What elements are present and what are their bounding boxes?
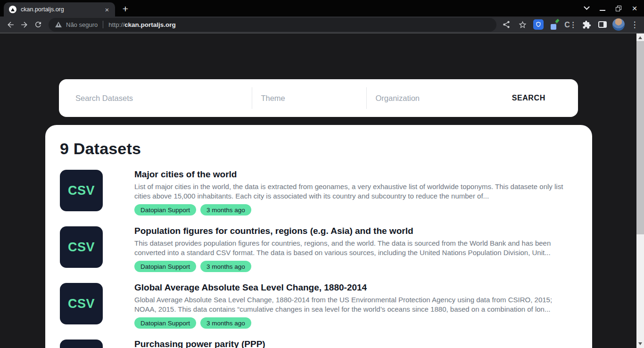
- dataset-body: Population figures for countries, region…: [134, 225, 576, 272]
- url-scheme: http://: [108, 21, 124, 28]
- star-icon: [518, 20, 527, 29]
- reload-icon: [34, 20, 42, 29]
- dataset-badges: Datopian Support 3 months ago: [134, 317, 576, 329]
- dataset-badges: Datopian Support 3 months ago: [134, 261, 576, 272]
- organization-input[interactable]: [367, 79, 479, 117]
- share-button[interactable]: [499, 17, 513, 32]
- puzzle-icon: [582, 20, 591, 29]
- csv-format-icon: CSV: [60, 170, 103, 211]
- dataset-title-link[interactable]: Purchasing power parity (PPP): [134, 338, 576, 348]
- tab-title: ckan.portaljs.org: [21, 6, 103, 13]
- new-tab-button[interactable]: +: [119, 2, 132, 16]
- dataset-item: CSV Major cities of the world List of ma…: [60, 168, 576, 215]
- site-favicon-icon: [9, 6, 17, 13]
- address-separator: [103, 21, 103, 28]
- share-icon: [502, 20, 511, 29]
- tab-bar: ckan.portaljs.org × + ×: [0, 0, 644, 17]
- dataset-item: CSV Population figures for countries, re…: [60, 225, 576, 272]
- dataset-description: List of major cities in the world, the d…: [134, 182, 576, 201]
- dataset-description: This dataset provides population figures…: [134, 239, 576, 257]
- browser-tab[interactable]: ckan.portaljs.org ×: [4, 2, 115, 17]
- csv-format-icon: CSV: [60, 283, 103, 324]
- forward-arrow-icon: [20, 20, 29, 29]
- dataset-body: Global Average Absolute Sea Level Change…: [134, 282, 576, 329]
- dataset-title-link[interactable]: Global Average Absolute Sea Level Change…: [134, 282, 576, 294]
- scrollbar-down-arrow-icon[interactable]: [638, 342, 642, 345]
- extensions-puzzle-button[interactable]: [579, 17, 594, 32]
- datasets-count-heading: 9 Datasets: [60, 139, 576, 158]
- colorpicker-extension-icon[interactable]: [547, 17, 561, 32]
- back-arrow-icon: [6, 20, 15, 29]
- csv-format-icon: CSV: [60, 226, 103, 268]
- dataset-description: Global Average Absolute Sea Level Change…: [134, 295, 576, 314]
- theme-input[interactable]: [252, 79, 366, 117]
- window-menu-chevron-icon[interactable]: [582, 4, 591, 13]
- date-badge: 3 months ago: [200, 261, 251, 272]
- forward-button[interactable]: [17, 18, 31, 32]
- search-datasets-input[interactable]: [59, 79, 252, 117]
- dataset-body: Purchasing power parity (PPP): [134, 338, 576, 348]
- org-badge: Datopian Support: [134, 204, 196, 215]
- window-controls: ×: [582, 0, 641, 17]
- not-secure-warning-icon: [55, 22, 62, 27]
- url-host: ckan.portaljs.org: [124, 21, 176, 28]
- csv-format-icon: CSV: [60, 340, 103, 348]
- page-content: SEARCH 9 Datasets CSV Major cities of th…: [0, 33, 644, 348]
- dataset-item: CSV Purchasing power parity (PPP): [60, 338, 576, 348]
- restore-button[interactable]: [614, 4, 623, 13]
- close-window-button[interactable]: ×: [630, 4, 639, 13]
- profile-avatar[interactable]: [611, 17, 626, 32]
- scrollbar-up-arrow-icon[interactable]: [638, 36, 642, 39]
- toolbar-right-icons: C⋮ ⋮: [499, 17, 642, 32]
- browser-toolbar: Não seguro http:// ckan.portaljs.org C⋮: [0, 17, 644, 33]
- side-panel-button[interactable]: [595, 17, 610, 32]
- minimize-button[interactable]: [598, 4, 607, 13]
- scrollbar-thumb[interactable]: [636, 41, 644, 234]
- address-bar[interactable]: Não seguro http:// ckan.portaljs.org: [49, 18, 496, 32]
- dataset-title-link[interactable]: Population figures for countries, region…: [134, 225, 576, 237]
- org-badge: Datopian Support: [134, 261, 196, 272]
- datasets-card: 9 Datasets CSV Major cities of the world…: [45, 125, 592, 348]
- dataset-badges: Datopian Support 3 months ago: [134, 204, 576, 215]
- browser-chrome: ckan.portaljs.org × + × Não seguro http:…: [0, 0, 644, 33]
- browser-menu-button[interactable]: ⋮: [627, 17, 642, 32]
- date-badge: 3 months ago: [200, 317, 251, 329]
- search-bar-card: SEARCH: [59, 79, 578, 117]
- colorzilla-extension-icon[interactable]: C⋮: [563, 17, 578, 32]
- dataset-title-link[interactable]: Major cities of the world: [134, 168, 576, 181]
- security-label[interactable]: Não seguro: [66, 21, 98, 28]
- date-badge: 3 months ago: [200, 204, 251, 215]
- dataset-body: Major cities of the world List of major …: [134, 168, 576, 215]
- back-button[interactable]: [4, 18, 17, 32]
- org-badge: Datopian Support: [134, 317, 196, 329]
- dataset-list: CSV Major cities of the world List of ma…: [60, 168, 576, 348]
- bookmark-star-button[interactable]: [515, 17, 529, 32]
- reload-button[interactable]: [31, 18, 45, 32]
- page-scrollbar[interactable]: [636, 33, 644, 348]
- bitwarden-extension-icon[interactable]: [531, 17, 545, 32]
- tab-close-icon[interactable]: ×: [103, 5, 111, 14]
- search-button[interactable]: SEARCH: [479, 79, 578, 117]
- dataset-item: CSV Global Average Absolute Sea Level Ch…: [60, 282, 576, 329]
